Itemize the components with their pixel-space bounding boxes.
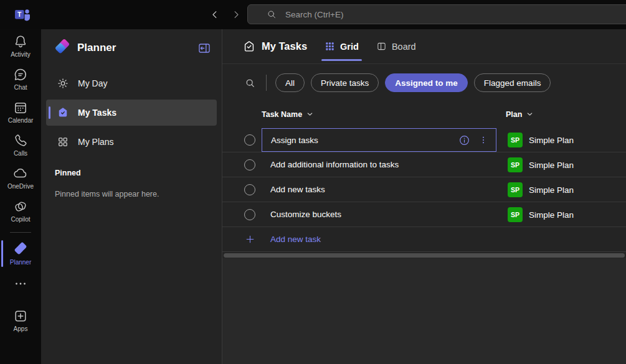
plus-icon [245,234,255,245]
tab-grid[interactable]: Grid [321,29,363,64]
scrollbar-thumb[interactable] [224,253,625,258]
rail-item-activity[interactable]: Activity [0,34,41,58]
sun-icon [57,77,69,90]
calendar-icon [13,100,28,115]
planner-logo-icon [54,39,71,57]
app-rail: ActivityChatCalendarCallsOneDriveCopilot… [0,29,41,364]
task-row: Assign tasksSPSimple Plan [222,128,626,152]
sidebar-item-my-plans[interactable]: My Plans [46,129,217,155]
search-icon [267,9,277,19]
my-tasks-icon [242,40,256,54]
empty-grid-area [222,258,626,364]
task-checkbox[interactable] [244,159,255,170]
add-new-task-row[interactable]: Add new task [222,227,626,252]
plan-badge: SP [508,133,523,147]
back-button[interactable] [209,8,221,21]
filter-search-icon[interactable] [245,78,255,88]
filter-pill-assigned-to-me[interactable]: Assigned to me [385,73,468,92]
board-icon [376,41,387,52]
horizontal-scrollbar [222,253,626,258]
task-checkbox[interactable] [244,209,255,220]
sidebar-item-my-day[interactable]: My Day [46,70,217,96]
rail-item-label: Copilot [11,216,30,223]
pinned-heading: Pinned [55,169,81,177]
rail-item-apps[interactable]: Apps [0,309,41,332]
rail-item-copilot[interactable]: Copilot [0,199,41,223]
divider [266,75,267,91]
pinned-empty-text: Pinned items will appear here. [55,190,159,198]
plan-badge: SP [508,207,523,222]
task-rows: Assign tasksSPSimple PlanAdd additional … [222,128,626,227]
rail-item-label: OneDrive [7,183,34,190]
teams-logo-icon[interactable]: T [14,7,32,22]
filter-pill-private-tasks[interactable]: Private tasks [311,73,379,92]
tab-label: Grid [340,42,359,52]
main-header: My Tasks GridBoard [222,29,626,64]
sidebar-item-label: My Tasks [78,108,116,118]
task-name-cell[interactable]: Add additional information to tasks [262,152,496,177]
tab-label: Board [392,42,416,52]
rail-divider [10,232,31,233]
filter-pill-all[interactable]: All [275,73,305,92]
chevron-down-icon [526,110,534,118]
rail-item-label: Planner [10,259,31,266]
rail-item-calendar[interactable]: Calendar [0,100,41,124]
svg-text:T: T [17,11,22,18]
rail-item-label: Calendar [8,117,34,124]
myplans-icon [57,136,69,148]
mytasks-icon [57,106,69,119]
column-header-task-name[interactable]: Task Name [262,110,314,119]
task-name: Assign tasks [271,136,318,145]
task-checkbox[interactable] [244,184,255,195]
info-icon[interactable] [458,134,470,146]
chevron-down-icon [306,110,314,118]
page-title: My Tasks [262,40,307,52]
plan-badge: SP [508,182,523,197]
bell-icon [13,34,28,49]
rail-item-more[interactable] [0,276,41,291]
rail-item-label: Activity [11,51,31,58]
table-header: Task Name Plan [222,101,626,128]
rail-item-chat[interactable]: Chat [0,67,41,91]
task-name: Add additional information to tasks [270,160,399,169]
planner-icon [13,242,28,257]
column-header-plan[interactable]: Plan [506,110,534,119]
task-name-cell[interactable]: Customize buckets [262,202,496,226]
more-options-icon[interactable] [478,135,488,145]
forward-button[interactable] [230,8,242,21]
tab-board[interactable]: Board [372,29,420,64]
filter-pills: AllPrivate tasksAssigned to meFlagged em… [275,73,557,92]
planner-sidebar: Planner My DayMy TasksMy Plans Pinned Pi… [41,29,222,364]
view-tabs: GridBoard [321,29,430,64]
plan-cell[interactable]: SPSimple Plan [508,128,574,152]
teams-window: T Search (Ctrl+E) ActivityChatCalendarCa… [0,0,626,364]
task-row: Customize bucketsSPSimple Plan [222,202,626,227]
task-name-cell[interactable]: Add new tasks [262,177,496,202]
rail-item-planner[interactable]: Planner [0,242,41,266]
search-bar[interactable]: Search (Ctrl+E) [247,4,626,24]
plan-cell[interactable]: SPSimple Plan [508,152,574,177]
collapse-panel-icon[interactable] [197,42,212,55]
sidebar-item-label: My Day [78,78,107,88]
task-name: Add new tasks [270,185,325,194]
tasks-table: Task Name Plan Assign tasksSPSimple Plan… [222,101,626,252]
top-bar: T Search (Ctrl+E) [0,0,626,29]
plan-cell[interactable]: SPSimple Plan [508,202,574,227]
filter-pill-flagged-emails[interactable]: Flagged emails [474,73,551,92]
plan-name: Simple Plan [529,136,574,145]
rail-item-onedrive[interactable]: OneDrive [0,166,41,190]
sidebar-item-my-tasks[interactable]: My Tasks [46,100,217,126]
add-new-task-label: Add new task [270,235,321,244]
task-checkbox[interactable] [244,134,255,146]
task-name-cell[interactable]: Assign tasks [262,128,496,152]
apps-icon [13,309,28,324]
plan-name: Simple Plan [529,210,574,220]
app-title: Planner [77,42,116,54]
rail-item-calls[interactable]: Calls [0,133,41,157]
search-placeholder: Search (Ctrl+E) [285,10,343,19]
chat-icon [13,67,28,82]
plan-badge: SP [508,157,523,172]
grid-icon [325,41,335,52]
plan-cell[interactable]: SPSimple Plan [508,177,574,202]
task-name: Customize buckets [270,210,341,219]
